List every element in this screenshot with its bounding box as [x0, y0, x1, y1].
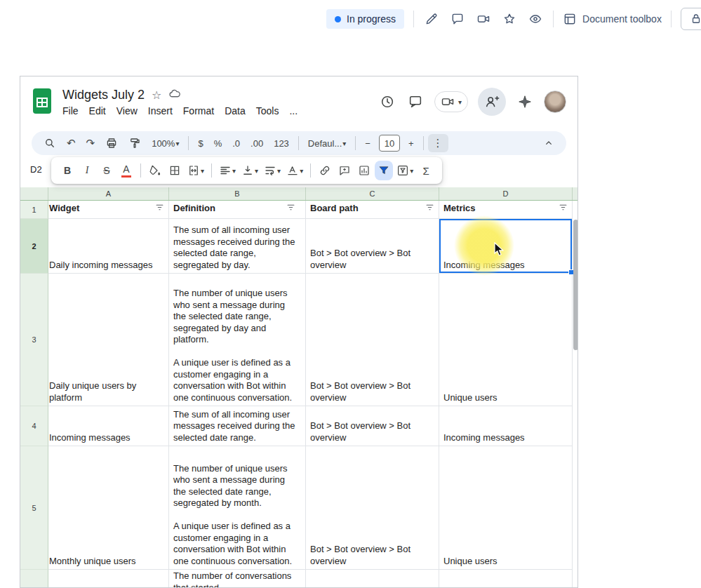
column-header-b[interactable]: B [169, 187, 306, 200]
toolbar-search-button[interactable] [39, 134, 61, 152]
cell-d3[interactable]: Unique users [439, 274, 573, 406]
share-access-button[interactable] [478, 88, 506, 116]
insert-link-button[interactable] [316, 161, 334, 180]
cell-b6[interactable]: The number of conversations that started [169, 570, 306, 588]
select-all-corner[interactable] [20, 187, 48, 200]
watch-button[interactable] [527, 11, 544, 27]
text-color-button[interactable]: A [117, 161, 135, 180]
increase-font-size-button[interactable]: + [403, 134, 419, 152]
row-header-5[interactable]: 5 [20, 446, 48, 570]
filter-button-d[interactable] [559, 203, 568, 215]
cell-a6[interactable] [48, 570, 169, 588]
row-header-2[interactable]: 2 [20, 219, 48, 274]
cell-c2[interactable]: Bot > Bot overview > Bot overview [306, 219, 439, 274]
cell-d2-selected[interactable]: Incoming messages [439, 219, 573, 274]
merge-cells-button[interactable]: ▾ [185, 161, 206, 180]
cell-a3[interactable]: Daily unique users by platform [48, 274, 169, 406]
cell-d1[interactable]: Metrics [439, 201, 573, 219]
present-button[interactable] [475, 11, 492, 27]
create-filter-button[interactable] [375, 161, 393, 180]
menu-edit[interactable]: Edit [89, 105, 106, 116]
cell-c1[interactable]: Board path [306, 201, 439, 219]
row-header-1[interactable]: 1 [20, 201, 48, 219]
cell-b1[interactable]: Definition [169, 201, 306, 219]
row-header-3[interactable]: 3 [20, 274, 48, 406]
document-title[interactable]: Widgets July 2 [62, 88, 145, 102]
cell-d4[interactable]: Incoming messages [439, 406, 573, 446]
toolbar-more-button[interactable]: ⋮ [428, 134, 448, 152]
sheets-logo-icon[interactable] [32, 88, 53, 116]
edit-button[interactable] [423, 11, 440, 27]
cell-d6[interactable] [439, 570, 573, 588]
decrease-font-size-button[interactable]: − [360, 134, 375, 152]
menu-format[interactable]: Format [183, 105, 214, 116]
cell-c4[interactable]: Bot > Bot overview > Bot overview [306, 406, 439, 446]
increase-decimal-button[interactable]: .00 [246, 134, 268, 152]
insert-comment-button[interactable] [335, 161, 354, 180]
share-button[interactable]: S [681, 8, 701, 30]
horizontal-align-button[interactable]: ▾ [217, 161, 238, 180]
font-select[interactable]: Defaul... ▾ [303, 134, 351, 152]
name-box[interactable]: D2 [30, 164, 42, 175]
cell-c6[interactable] [306, 570, 439, 588]
redo-button[interactable]: ↷ [81, 134, 100, 152]
document-toolbox-button[interactable]: Document toolbox [563, 12, 662, 26]
vertical-scrollbar[interactable] [573, 220, 578, 350]
cell-b3[interactable]: The number of unique users who sent a me… [169, 274, 306, 406]
menu-file[interactable]: File [62, 105, 79, 116]
cell-b4[interactable]: The sum of all incoming user messages re… [169, 406, 306, 446]
zoom-select[interactable]: 100% ▾ [147, 134, 184, 152]
cell-a5[interactable]: Monthly unique users [48, 446, 169, 570]
cell-a1[interactable]: Widget [48, 201, 169, 219]
star-button[interactable] [501, 11, 518, 27]
vertical-align-button[interactable]: ▾ [239, 161, 260, 180]
cell-c5[interactable]: Bot > Bot overview > Bot overview [306, 446, 439, 570]
format-percent-button[interactable]: % [209, 134, 227, 152]
menu-overflow[interactable]: ... [289, 105, 298, 116]
paint-format-button[interactable] [123, 134, 146, 152]
status-badge[interactable]: In progress [326, 9, 404, 29]
row-header-4[interactable]: 4 [20, 406, 48, 446]
insert-chart-button[interactable] [355, 161, 373, 180]
filter-button-a[interactable] [155, 203, 164, 215]
menu-data[interactable]: Data [225, 105, 246, 116]
format-currency-button[interactable]: $ [193, 134, 208, 152]
text-wrap-button[interactable]: ▾ [262, 161, 283, 180]
column-header-a[interactable]: A [48, 187, 169, 200]
column-header-c[interactable]: C [306, 187, 439, 200]
bold-button[interactable]: B [58, 161, 76, 180]
fill-color-button[interactable] [146, 161, 164, 180]
menu-insert[interactable]: Insert [148, 105, 173, 116]
menu-tools[interactable]: Tools [256, 105, 279, 116]
italic-button[interactable]: I [78, 161, 96, 180]
cell-c3[interactable]: Bot > Bot overview > Bot overview [306, 274, 439, 406]
comments-button[interactable] [406, 93, 425, 111]
filter-button-c[interactable] [425, 203, 434, 215]
strikethrough-button[interactable]: S [98, 161, 116, 180]
column-header-d[interactable]: D [439, 187, 573, 200]
user-avatar[interactable] [544, 91, 566, 113]
version-history-button[interactable] [378, 93, 396, 111]
comment-button[interactable] [449, 11, 466, 27]
meet-button[interactable]: ▾ [434, 91, 468, 112]
star-file-icon[interactable]: ☆ [152, 88, 161, 102]
decrease-decimal-button[interactable]: .0 [227, 134, 245, 152]
text-rotation-button[interactable]: ▾ [284, 161, 305, 180]
cell-a2[interactable]: Daily incoming messages [48, 219, 169, 274]
cell-d5[interactable]: Unique users [439, 446, 573, 570]
undo-button[interactable]: ↶ [62, 134, 81, 152]
font-size-input[interactable]: 10 [379, 135, 400, 152]
gemini-button[interactable] [516, 93, 534, 111]
more-formats-button[interactable]: 123 [269, 134, 294, 152]
row-header-6[interactable]: 6 [20, 570, 48, 588]
filter-button-b[interactable] [286, 203, 295, 215]
collapse-toolbar-button[interactable] [538, 134, 559, 152]
cell-b5[interactable]: The number of unique users who sent a me… [169, 446, 306, 570]
functions-button[interactable]: Σ [417, 161, 435, 180]
filter-views-button[interactable]: ▾ [394, 161, 415, 180]
cell-b2[interactable]: The sum of all incoming user messages re… [169, 219, 306, 274]
menu-view[interactable]: View [116, 105, 138, 116]
borders-button[interactable] [166, 161, 184, 180]
print-button[interactable] [100, 134, 123, 152]
cell-a4[interactable]: Incoming messages [48, 406, 169, 446]
